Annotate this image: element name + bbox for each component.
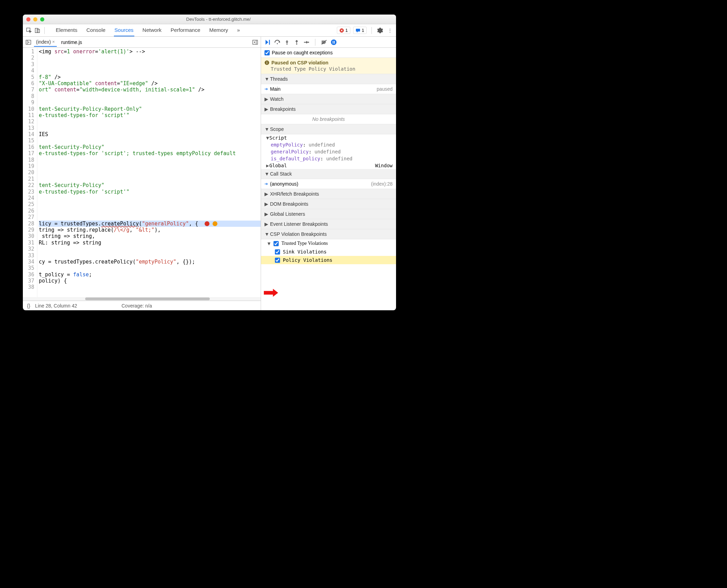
more-options-icon[interactable]: ⋮ (386, 27, 393, 34)
code-line[interactable] (39, 61, 261, 68)
code-line[interactable]: tent-Security-Policy" (39, 144, 261, 150)
scrollbar-thumb[interactable] (85, 297, 210, 300)
code-line[interactable] (39, 284, 261, 290)
errors-badge[interactable]: 1 (337, 27, 350, 34)
threads-header[interactable]: ▼Threads (261, 74, 396, 84)
code-line[interactable] (39, 93, 261, 99)
code-line[interactable]: policy) { (39, 278, 261, 284)
code-line[interactable] (39, 137, 261, 144)
settings-gear-icon[interactable] (377, 27, 384, 34)
callstack-frame[interactable]: ➔ (anonymous) (index):28 (261, 179, 396, 189)
scope-global-row[interactable]: ▶Global Window (261, 162, 396, 169)
code-line[interactable] (39, 157, 261, 163)
scope-variable[interactable]: is_default_policy: undefined (261, 155, 396, 162)
more-tabs-icon[interactable]: » (236, 24, 241, 36)
deactivate-breakpoints-icon[interactable] (321, 39, 327, 45)
messages-badge[interactable]: 1 (353, 27, 367, 34)
xhr-breakpoints-header[interactable]: ▶XHR/fetch Breakpoints (261, 189, 396, 199)
scope-variable[interactable]: generalPolicy: undefined (261, 148, 396, 155)
breakpoints-header[interactable]: ▶Breakpoints (261, 104, 396, 114)
code-line[interactable] (39, 201, 261, 207)
show-debugger-icon[interactable] (252, 39, 259, 46)
code-line[interactable]: e-trusted-types-for 'script'; trusted-ty… (39, 150, 261, 157)
tab-performance[interactable]: Performance (170, 24, 201, 36)
code-line[interactable]: e-trusted-types-for 'script'" (39, 189, 261, 195)
scope-script-row[interactable]: ▼Script (261, 134, 396, 141)
dom-breakpoints-header[interactable]: ▶DOM Breakpoints (261, 199, 396, 209)
code-line[interactable]: string => string, (39, 233, 261, 239)
code-line[interactable] (39, 252, 261, 259)
code-line[interactable] (39, 125, 261, 131)
code-line[interactable] (39, 176, 261, 182)
show-navigator-icon[interactable] (25, 39, 32, 46)
code-line[interactable] (39, 246, 261, 252)
svg-point-10 (277, 43, 278, 44)
code-line[interactable]: cy = trustedTypes.createPolicy("emptyPol… (39, 259, 261, 265)
csp-policy-checkbox[interactable] (275, 258, 280, 263)
code-line[interactable]: IES (39, 131, 261, 137)
scope-header[interactable]: ▼Scope (261, 124, 396, 134)
step-over-icon[interactable] (274, 39, 280, 45)
code-line[interactable] (39, 99, 261, 106)
code-line[interactable] (39, 265, 261, 271)
scope-variable[interactable]: emptyPolicy: undefined (261, 141, 396, 148)
file-tab-runtime[interactable]: runtime.js (59, 38, 84, 46)
code-line[interactable] (39, 169, 261, 176)
line-gutter: 1234567891011121314151617181920212223242… (23, 48, 37, 297)
file-tab-index[interactable]: (index) × (34, 38, 57, 47)
pretty-print-icon[interactable]: {} (27, 303, 30, 309)
pause-on-exceptions-icon[interactable] (331, 39, 337, 45)
csp-sink-row[interactable]: Sink Violations (261, 248, 396, 256)
resume-script-icon[interactable] (264, 39, 271, 45)
csp-sink-checkbox[interactable] (275, 249, 280, 255)
close-window-icon[interactable] (26, 17, 30, 21)
step-out-icon[interactable] (294, 39, 300, 45)
step-into-icon[interactable] (284, 39, 290, 45)
code-line[interactable]: e-trusted-types-for 'script'" (39, 112, 261, 118)
tab-elements[interactable]: Elements (55, 24, 78, 36)
csp-trusted-row[interactable]: ▼ Trusted Type Violations (261, 239, 396, 248)
tab-network[interactable]: Network (142, 24, 162, 36)
code-line[interactable]: t_policy = false; (39, 271, 261, 278)
code-content[interactable]: <img src=1 onerror='alert(1)'> --> f-8" … (37, 48, 261, 297)
code-line[interactable] (39, 214, 261, 220)
message-count: 1 (362, 28, 364, 33)
maximize-window-icon[interactable] (40, 17, 44, 21)
code-line[interactable]: f-8" /> (39, 74, 261, 80)
code-line[interactable]: licy = trustedTypes.createPolicy("genera… (39, 221, 261, 227)
tab-sources[interactable]: Sources (114, 24, 134, 36)
inspect-element-icon[interactable] (26, 27, 33, 34)
device-toggle-icon[interactable] (34, 27, 41, 34)
csp-trusted-checkbox[interactable] (273, 241, 279, 246)
code-line[interactable] (39, 208, 261, 214)
code-editor[interactable]: 1234567891011121314151617181920212223242… (23, 48, 261, 297)
code-line[interactable]: ort" content="width=device-width, initia… (39, 87, 261, 93)
svg-point-15 (331, 39, 336, 45)
pause-caught-checkbox[interactable] (264, 50, 270, 55)
code-line[interactable]: tent-Security-Policy" (39, 182, 261, 188)
csp-policy-row[interactable]: Policy Violations (261, 256, 396, 264)
code-line[interactable]: "X-UA-Compatible" content="IE=edge" /> (39, 80, 261, 87)
close-tab-icon[interactable]: × (52, 39, 55, 44)
step-icon[interactable] (303, 39, 309, 45)
code-line[interactable] (39, 118, 261, 125)
horizontal-scrollbar[interactable] (23, 297, 261, 301)
code-line[interactable]: tring => string.replace(/\</g, "&lt;"), (39, 227, 261, 233)
thread-main[interactable]: ➔ Main paused (261, 84, 396, 94)
event-listener-breakpoints-header[interactable]: ▶Event Listener Breakpoints (261, 219, 396, 229)
code-line[interactable]: <img src=1 onerror='alert(1)'> --> (39, 48, 261, 55)
watch-header[interactable]: ▶Watch (261, 94, 396, 104)
code-line[interactable]: tent-Security-Policy-Report-Only" (39, 106, 261, 112)
tab-memory[interactable]: Memory (209, 24, 229, 36)
code-line[interactable] (39, 195, 261, 201)
code-line[interactable] (39, 55, 261, 61)
tab-console[interactable]: Console (86, 24, 106, 36)
minimize-window-icon[interactable] (33, 17, 37, 21)
callstack-header[interactable]: ▼Call Stack (261, 169, 396, 179)
global-listeners-header[interactable]: ▶Global Listeners (261, 209, 396, 219)
pause-caught-row[interactable]: Pause on caught exceptions (261, 48, 396, 58)
code-line[interactable] (39, 163, 261, 169)
csp-breakpoints-header[interactable]: ▼CSP Violation Breakpoints (261, 229, 396, 239)
code-line[interactable] (39, 68, 261, 74)
code-line[interactable]: RL: string => string (39, 240, 261, 246)
